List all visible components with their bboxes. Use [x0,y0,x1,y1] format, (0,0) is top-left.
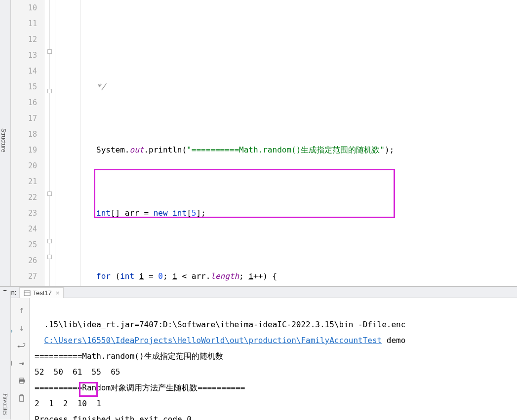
fold-handle-icon[interactable] [47,255,52,259]
line-number: 19 [11,142,37,158]
fold-strip[interactable] [44,0,55,286]
up-arrow-icon[interactable]: ↑ [16,304,28,315]
run-config-icon [24,290,31,297]
line-number: 15 [11,79,37,95]
structure-tool-label[interactable]: Structure [0,128,7,153]
run-panel: Run: Test17 × ▶ ↑ 🔧 ↓ ■ ⮐ ⇥ [0,286,517,420]
line-number-gutter[interactable]: 10 11 12 13 14 15 16 17 18 19 20 21 22 2… [11,0,44,286]
line-number: 14 [11,63,37,79]
path-link[interactable]: C:\Users\16550\IdeaProjects\HelloWorld\o… [44,336,382,345]
line-number: 23 [11,205,37,221]
line-number: 20 [11,158,37,174]
fold-handle-icon[interactable] [47,89,52,93]
svg-rect-7 [20,382,24,383]
close-icon[interactable]: × [56,289,60,297]
run-tab-label: Test17 [33,289,51,297]
watermark: 开发者 DevZe.CoM [438,414,512,420]
soft-wrap-icon[interactable]: ⮐ [16,339,28,351]
fold-handle-icon[interactable] [47,239,52,243]
scroll-to-end-icon[interactable]: ⇥ [16,357,28,369]
run-config-tab[interactable]: Test17 × [19,287,64,298]
line-number: 18 [11,126,37,142]
line-number: 27 [11,268,37,284]
line-number: 25 [11,237,37,253]
line-number: 17 [11,111,37,126]
line-number: 13 [11,47,37,63]
line-number: 10 [11,0,37,16]
editor-area: Structure 10 11 12 13 14 15 16 17 18 19 … [0,0,517,286]
line-number: 11 [11,16,37,32]
svg-rect-0 [24,291,30,296]
svg-rect-6 [20,378,24,380]
line-number: 16 [11,95,37,111]
fold-handle-icon[interactable] [47,191,52,196]
line-number: 12 [11,32,37,47]
favorites-tool-label[interactable]: Favorites [0,291,11,420]
down-arrow-icon[interactable]: ↓ [16,321,28,333]
code-editor[interactable]: */ System.out.println("==========Math.ra… [55,0,517,286]
console-output[interactable]: .15\lib\idea_rt.jar=7407:D:\Software\ith… [30,298,517,420]
line-number: 24 [11,221,37,237]
trash-icon[interactable] [16,392,28,404]
line-number: 21 [11,174,37,190]
line-number: 26 [11,253,37,268]
run-header: Run: Test17 × [0,287,517,298]
left-tool-strip[interactable]: Structure [0,0,11,286]
fold-handle-icon[interactable] [47,49,52,54]
print-icon[interactable] [16,375,28,386]
line-number: 22 [11,190,37,205]
